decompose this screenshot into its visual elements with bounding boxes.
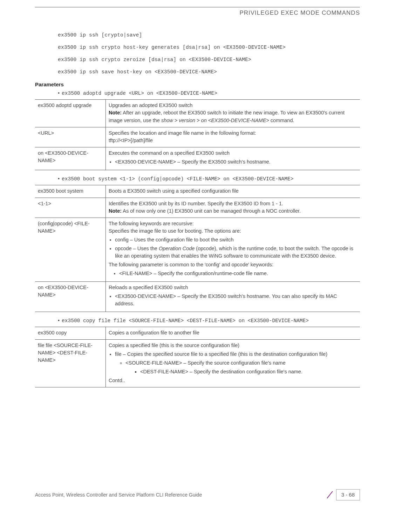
bullet-text: ex3500 boot system <1-1> (config|opcode)… — [62, 176, 293, 182]
list-item: <SOURCE-FILE-NAME> – Specify the source … — [125, 359, 357, 375]
param-desc: Boots a EX3500 switch using a specified … — [106, 185, 360, 198]
param-name: file file <SOURCE-FILE-NAME> <DEST-FILE-… — [35, 339, 106, 387]
param-desc: Copies a specified file (this is the sou… — [106, 339, 360, 387]
desc-note: Note: As of now only one (1) EX3500 unit… — [109, 207, 357, 215]
li-text: opcode – Uses the — [115, 246, 159, 251]
list-item: config – Uses the configuration file to … — [115, 236, 357, 244]
desc-text: The following keywords are recursive: — [109, 220, 357, 227]
param-desc: Identifies the EX3500 unit by its ID num… — [106, 198, 360, 218]
syntax-line: ex3500 ip ssh save host-key on <EX3500-D… — [58, 68, 360, 76]
desc-list: <SOURCE-FILE-NAME> – Specify the source … — [119, 359, 357, 375]
bullet-text: ex3500 adoptd upgrade <URL> on <EX3500-D… — [62, 91, 217, 96]
footer-title: Access Point, Wireless Controller and Se… — [35, 491, 202, 498]
li-italic: Operation Code — [159, 246, 195, 251]
param-desc: Executes the command on a specified EX35… — [106, 147, 360, 170]
param-name: on <EX3500-DEVICE-NAME> — [35, 281, 106, 312]
desc-text: Copies a specified file (this is the sou… — [109, 342, 357, 349]
desc-text: Specifies the image file to use for boot… — [109, 227, 357, 235]
bullet-text: ex3500 copy file file <SOURCE-FILE-NAME>… — [62, 318, 309, 324]
note-label: Note: — [109, 208, 122, 214]
note-label: Note: — [109, 110, 122, 115]
param-name: ex3500 adoptd upgrade — [35, 100, 106, 127]
param-name: on <EX3500-DEVICE-NAME> — [35, 147, 106, 170]
table-row: ex3500 boot system Boots a EX3500 switch… — [35, 185, 360, 198]
desc-text: The following parameter is common to the… — [109, 261, 357, 268]
param-desc: The following keywords are recursive: Sp… — [106, 218, 360, 281]
li-text: <SOURCE-FILE-NAME> – Specify the source … — [125, 360, 286, 366]
slash-icon — [325, 490, 335, 500]
param-name: <URL> — [35, 127, 106, 147]
list-item: file – Copies the specified source file … — [115, 351, 357, 375]
li-text: file – Copies the specified source file … — [115, 351, 327, 357]
table-row: ex3500 adoptd upgrade Upgrades an adopte… — [35, 100, 360, 127]
param-bullet: •ex3500 copy file file <SOURCE-FILE-NAME… — [58, 317, 360, 325]
list-item: <EX3500-DEVICE-NAME> – Specify the EX350… — [115, 293, 357, 307]
param-name: <1-1> — [35, 198, 106, 218]
param-name: ex3500 copy — [35, 327, 106, 339]
desc-text: Contd.. — [109, 377, 357, 384]
page-number: 3 - 68 — [336, 489, 360, 500]
desc-list: <EX3500-DEVICE-NAME> – Specify the EX350… — [109, 293, 357, 307]
parameter-table-2: ex3500 boot system Boots a EX3500 switch… — [35, 185, 360, 312]
desc-text: tftp://<IP>[/path]/file — [109, 137, 357, 144]
param-name: ex3500 boot system — [35, 185, 106, 198]
desc-text: Specifies the location and image file na… — [109, 129, 357, 137]
table-row: <1-1> Identifies the EX3500 unit by its … — [35, 198, 360, 218]
syntax-line: ex3500 ip ssh crypto zeroize [dsa|rsa] o… — [58, 56, 360, 64]
param-bullet: •ex3500 boot system <1-1> (config|opcode… — [58, 175, 360, 183]
list-item: opcode – Uses the Operation Code (opcode… — [115, 245, 357, 260]
desc-text: Reloads a specified EX3500 switch — [109, 284, 357, 291]
param-desc: Reloads a specified EX3500 switch <EX350… — [106, 281, 360, 312]
desc-note: Note: After an upgrade, reboot the EX350… — [109, 109, 357, 124]
note-text: As of now only one (1) EX3500 unit can b… — [122, 208, 301, 214]
param-desc: Upgrades an adopted EX3500 switch Note: … — [106, 100, 360, 127]
desc-list: <EX3500-DEVICE-NAME> – Specify the EX350… — [109, 158, 357, 166]
page-number-box: 3 - 68 — [325, 489, 360, 500]
list-item: <DEST-FILE-NAME> – Specify the destinati… — [140, 368, 357, 375]
syntax-line: ex3500 ip ssh [crypto|save] — [58, 32, 360, 39]
list-item: <EX3500-DEVICE-NAME> – Specify the EX350… — [115, 158, 357, 166]
param-bullet: •ex3500 adoptd upgrade <URL> on <EX3500-… — [58, 89, 360, 97]
table-row: (config|opcode) <FILE-NAME> The followin… — [35, 218, 360, 281]
parameter-table-3: ex3500 copy Copies a configuration file … — [35, 327, 360, 387]
param-desc: Specifies the location and image file na… — [106, 127, 360, 147]
desc-text: Executes the command on a specified EX35… — [109, 149, 357, 157]
page: PRIVILEGED EXEC MODE COMMANDS ex3500 ip … — [18, 0, 377, 511]
param-desc: Copies a configuration file to another f… — [106, 327, 360, 339]
desc-list: <DEST-FILE-NAME> – Specify the destinati… — [134, 368, 357, 375]
desc-list: file – Copies the specified source file … — [109, 351, 357, 375]
page-footer: Access Point, Wireless Controller and Se… — [35, 489, 360, 500]
desc-text: Upgrades an adopted EX3500 switch — [109, 102, 357, 109]
table-row: file file <SOURCE-FILE-NAME> <DEST-FILE-… — [35, 339, 360, 387]
parameters-heading: Parameters — [35, 81, 360, 88]
parameter-table-1: ex3500 adoptd upgrade Upgrades an adopte… — [35, 99, 360, 170]
list-item: <FILE-NAME> – Specify the configuration/… — [119, 270, 357, 277]
svg-line-0 — [327, 491, 333, 498]
desc-text: Identifies the EX3500 unit by its ID num… — [109, 200, 357, 207]
desc-list: config – Uses the configuration file to … — [109, 236, 357, 260]
note-text: command. — [269, 118, 294, 123]
table-row: on <EX3500-DEVICE-NAME> Reloads a specif… — [35, 281, 360, 312]
note-italic: show > version > on <EX3500-DEVICE-NAME> — [161, 118, 269, 123]
running-header: PRIVILEGED EXEC MODE COMMANDS — [35, 9, 360, 18]
param-name: (config|opcode) <FILE-NAME> — [35, 218, 106, 281]
table-row: ex3500 copy Copies a configuration file … — [35, 327, 360, 339]
syntax-line: ex3500 ip ssh crypto host-key generates … — [58, 44, 360, 51]
header-rule — [35, 7, 360, 7]
desc-list: <FILE-NAME> – Specify the configuration/… — [113, 270, 357, 277]
table-row: on <EX3500-DEVICE-NAME> Executes the com… — [35, 147, 360, 170]
table-row: <URL> Specifies the location and image f… — [35, 127, 360, 147]
